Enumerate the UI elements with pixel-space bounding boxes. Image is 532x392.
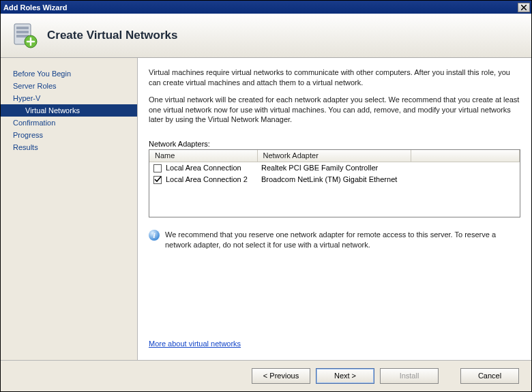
nav-progress[interactable]: Progress [1,129,137,141]
col-header-name[interactable]: Name [149,150,257,162]
adapter-name: Local Area Connection [166,164,241,172]
adapter-desc: Realtek PCI GBE Family Controller [257,162,411,174]
intro-paragraph-2: One virtual network will be created for … [149,95,520,125]
svg-rect-2 [16,31,29,33]
nav-confirmation[interactable]: Confirmation [1,117,137,129]
wizard-nav: Before You Begin Server Roles Hyper-V Vi… [1,58,137,360]
col-header-spacer [411,150,520,162]
intro-text: Virtual machines require virtual network… [149,67,520,132]
nav-virtual-networks[interactable]: Virtual Networks [1,104,137,117]
nav-before-you-begin[interactable]: Before You Begin [1,67,137,80]
main-panel: Virtual machines require virtual network… [137,58,531,360]
adapter-desc: Broadcom NetLink (TM) Gigabit Ethernet [257,174,411,185]
previous-button[interactable]: < Previous [252,368,310,384]
adapters-grid: Name Network Adapter Local Area Connecti… [149,149,520,217]
install-button: Install [380,368,439,384]
adapter-name: Local Area Connection 2 [166,175,248,183]
adapter-checkbox[interactable] [153,176,162,184]
svg-rect-1 [16,27,29,29]
more-info-link[interactable]: More about virtual networks [149,334,520,353]
titlebar: Add Roles Wizard [1,1,531,14]
wizard-header: Create Virtual Networks [1,14,531,58]
adapter-checkbox[interactable] [153,164,162,172]
info-icon: i [149,230,160,241]
window-title: Add Roles Wizard [3,3,518,12]
close-button[interactable] [518,3,530,12]
adapter-row[interactable]: Local Area Connection Realtek PCI GBE Fa… [149,162,520,174]
wizard-footer: < Previous Next > Install Cancel [1,360,531,391]
nav-results[interactable]: Results [1,141,137,153]
nav-server-roles[interactable]: Server Roles [1,80,137,92]
nav-hyper-v[interactable]: Hyper-V [1,92,137,104]
info-text: We recommend that you reserve one networ… [165,230,520,250]
close-icon [521,5,527,10]
adapters-label: Network Adapters: [149,140,520,148]
intro-paragraph-1: Virtual machines require virtual network… [149,67,520,88]
adapter-row[interactable]: Local Area Connection 2 Broadcom NetLink… [149,174,520,185]
wizard-window: Add Roles Wizard Create Virtual Networks… [0,0,532,392]
page-title: Create Virtual Networks [47,29,177,42]
info-note: i We recommend that you reserve one netw… [149,230,520,250]
checkmark-icon [154,176,162,183]
server-role-icon [10,21,39,50]
cancel-button[interactable]: Cancel [460,368,519,384]
wizard-body: Before You Begin Server Roles Hyper-V Vi… [1,58,531,360]
col-header-adapter[interactable]: Network Adapter [257,150,411,162]
next-button[interactable]: Next > [316,368,374,384]
